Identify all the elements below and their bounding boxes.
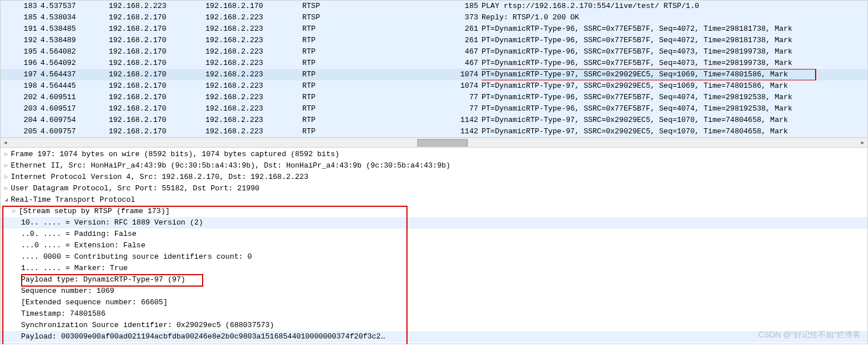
col-time: 4.537537 — [40, 1, 109, 12]
detail-stream-setup[interactable]: ▷[Stream setup by RTSP (frame 173)] — [1, 206, 867, 217]
col-length: 1074 — [459, 80, 482, 92]
detail-text: Synchronization Source identifier: 0x290… — [21, 320, 274, 331]
scrollbar-track[interactable] — [10, 138, 858, 147]
col-source: 192.168.2.170 — [109, 35, 205, 46]
detail-text: [Stream setup by RTSP (frame 173)] — [19, 206, 170, 217]
detail-text: Ethernet II, Src: HonHaiPr_a4:43:9b (9c:… — [11, 160, 450, 172]
packet-row[interactable]: 2034.609517192.168.2.170192.168.2.223RTP… — [1, 103, 867, 115]
col-source: 192.168.2.170 — [109, 126, 205, 137]
detail-text: Payload: 003009e00af00ad021194acbfdba002… — [21, 331, 385, 342]
expand-icon[interactable]: ▷ — [3, 183, 10, 194]
col-protocol: RTP — [302, 23, 459, 35]
col-length: 1142 — [459, 115, 482, 126]
packet-row[interactable]: 1954.564082192.168.2.170192.168.2.223RTP… — [1, 46, 867, 58]
collapse-icon[interactable]: ◢ — [3, 194, 10, 206]
col-source: 192.168.2.170 — [109, 92, 205, 103]
col-destination: 192.168.2.223 — [205, 69, 302, 80]
detail-text: ...0 .... = Extension: False — [21, 240, 145, 251]
col-info: PLAY rtsp://192.168.2.170:554/live/test/… — [482, 1, 867, 12]
packet-row[interactable]: 2044.609754192.168.2.170192.168.2.223RTP… — [1, 115, 867, 126]
col-protocol: RTP — [302, 80, 459, 92]
packet-row[interactable]: 1974.564437192.168.2.170192.168.2.223RTP… — [1, 69, 867, 80]
expand-icon[interactable]: ▷ — [3, 160, 10, 172]
detail-marker[interactable]: 1... .... = Marker: True — [1, 263, 867, 274]
col-info: PT=DynamicRTP-Type-96, SSRC=0x77EF5B7F, … — [482, 103, 867, 115]
col-info: PT=DynamicRTP-Type-96, SSRC=0x77EF5B7F, … — [482, 35, 867, 46]
col-time: 4.538485 — [40, 23, 109, 35]
detail-text: ..0. .... = Padding: False — [21, 229, 137, 240]
packet-row[interactable]: 1984.564445192.168.2.170192.168.2.223RTP… — [1, 80, 867, 92]
packet-row[interactable]: 2024.609511192.168.2.170192.168.2.223RTP… — [1, 92, 867, 103]
detail-frame[interactable]: ▷Frame 197: 1074 bytes on wire (8592 bit… — [1, 149, 867, 160]
col-protocol: RTP — [302, 69, 459, 80]
col-info: PT=DynamicRTP-Type-96, SSRC=0x77EF5B7F, … — [482, 23, 867, 35]
col-time: 4.564437 — [40, 69, 109, 80]
packet-list[interactable]: 1834.537537192.168.2.223192.168.2.170RTS… — [0, 0, 868, 138]
col-source: 192.168.2.170 — [109, 103, 205, 115]
col-protocol: RTP — [302, 58, 459, 69]
detail-sequence[interactable]: Sequence number: 1069 — [1, 285, 867, 297]
scrollbar-thumb[interactable] — [417, 139, 468, 146]
col-no: 185 — [1, 12, 40, 23]
col-source: 192.168.2.170 — [109, 69, 205, 80]
detail-padding[interactable]: ..0. .... = Padding: False — [1, 229, 867, 240]
col-length: 261 — [459, 35, 482, 46]
col-destination: 192.168.2.223 — [205, 58, 302, 69]
annotation-box — [482, 69, 816, 80]
col-length: 467 — [459, 46, 482, 58]
detail-extended-seq[interactable]: [Extended sequence number: 66605] — [1, 297, 867, 308]
horizontal-scrollbar[interactable]: ◀ ▶ — [0, 138, 868, 148]
packet-row[interactable]: 1914.538485192.168.2.170192.168.2.223RTP… — [1, 23, 867, 35]
col-length: 467 — [459, 58, 482, 69]
packet-row[interactable]: 1964.564092192.168.2.170192.168.2.223RTP… — [1, 58, 867, 69]
col-destination: 192.168.2.223 — [205, 35, 302, 46]
col-length: 1074 — [459, 69, 482, 80]
col-info: PT=DynamicRTP-Type-97, SSRC=0x29029EC5, … — [482, 69, 867, 80]
expand-icon[interactable]: ▷ — [3, 149, 10, 160]
detail-csrc[interactable]: .... 0000 = Contributing source identifi… — [1, 251, 867, 263]
col-source: 192.168.2.170 — [109, 80, 205, 92]
detail-extension[interactable]: ...0 .... = Extension: False — [1, 240, 867, 251]
detail-text: .... 0000 = Contributing source identifi… — [21, 251, 252, 263]
detail-ip[interactable]: ▷Internet Protocol Version 4, Src: 192.1… — [1, 172, 867, 183]
col-protocol: RTP — [302, 35, 459, 46]
detail-ethernet[interactable]: ▷Ethernet II, Src: HonHaiPr_a4:43:9b (9c… — [1, 160, 867, 172]
detail-version[interactable]: 10.. .... = Version: RFC 1889 Version (2… — [1, 217, 867, 229]
col-destination: 192.168.2.223 — [205, 80, 302, 92]
detail-ssrc[interactable]: Synchronization Source identifier: 0x290… — [1, 320, 867, 331]
detail-payload-type[interactable]: Payload type: DynamicRTP-Type-97 (97) — [1, 274, 867, 285]
detail-timestamp[interactable]: Timestamp: 74801586 — [1, 308, 867, 320]
packet-row[interactable]: 1854.538034192.168.2.170192.168.2.223RTS… — [1, 12, 867, 23]
packet-row[interactable]: 2054.609757192.168.2.170192.168.2.223RTP… — [1, 126, 867, 137]
col-length: 77 — [459, 92, 482, 103]
col-no: 197 — [1, 69, 40, 80]
col-source: 192.168.2.170 — [109, 12, 205, 23]
col-destination: 192.168.2.223 — [205, 23, 302, 35]
col-destination: 192.168.2.223 — [205, 92, 302, 103]
col-protocol: RTP — [302, 92, 459, 103]
detail-text: Payload type: DynamicRTP-Type-97 (97) — [21, 274, 186, 285]
scroll-left-button[interactable]: ◀ — [1, 138, 10, 147]
expand-icon[interactable]: ▷ — [3, 172, 10, 183]
col-time: 4.609517 — [40, 103, 109, 115]
packet-row[interactable]: 1924.538489192.168.2.170192.168.2.223RTP… — [1, 35, 867, 46]
col-destination: 192.168.2.170 — [205, 1, 302, 12]
packet-row[interactable]: 1834.537537192.168.2.223192.168.2.170RTS… — [1, 1, 867, 12]
col-time: 4.609754 — [40, 115, 109, 126]
detail-rtp[interactable]: ◢Real-Time Transport Protocol — [1, 194, 867, 206]
detail-payload[interactable]: Payload: 003009e00af00ad021194acbfdba002… — [1, 331, 867, 342]
detail-udp[interactable]: ▷User Datagram Protocol, Src Port: 55182… — [1, 183, 867, 194]
detail-text: User Datagram Protocol, Src Port: 55182,… — [11, 183, 260, 194]
detail-text: Timestamp: 74801586 — [21, 308, 105, 320]
col-time: 4.609511 — [40, 92, 109, 103]
col-destination: 192.168.2.223 — [205, 103, 302, 115]
col-destination: 192.168.2.223 — [205, 12, 302, 23]
detail-text: Frame 197: 1074 bytes on wire (8592 bits… — [11, 149, 339, 160]
col-time: 4.564082 — [40, 46, 109, 58]
col-time: 4.609757 — [40, 126, 109, 137]
scroll-right-button[interactable]: ▶ — [858, 138, 867, 147]
col-protocol: RTP — [302, 46, 459, 58]
expand-icon[interactable]: ▷ — [11, 206, 18, 217]
packet-details[interactable]: ▷Frame 197: 1074 bytes on wire (8592 bit… — [0, 148, 868, 344]
col-info: PT=DynamicRTP-Type-97, SSRC=0x29029EC5, … — [482, 80, 867, 92]
